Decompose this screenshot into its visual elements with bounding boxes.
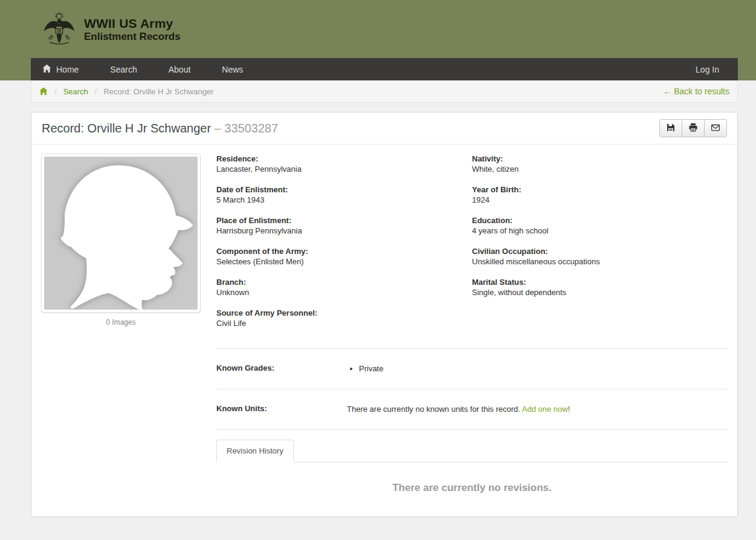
field-component-of-army: Component of the Army: Selectees (Enlist… (216, 246, 472, 267)
field-nativity: Nativity: White, citizen (472, 154, 728, 175)
site-subtitle: Enlistment Records (84, 31, 181, 43)
known-units-label: Known Units: (216, 404, 347, 415)
record-photo-column: 0 Images (41, 154, 201, 516)
field-value: 5 March 1943 (216, 195, 472, 206)
field-value: Harrisburg Pennsylvania (216, 226, 472, 236)
field-source-of-personnel: Source of Army Personnel: Civil Life (216, 308, 472, 329)
breadcrumb-current: Record: Orville H Jr Schwanger (103, 87, 213, 96)
breadcrumb-separator: / (54, 87, 57, 96)
field-year-of-birth: Year of Birth: 1924 (472, 184, 728, 206)
record-actions (659, 119, 727, 137)
field-label: Education: (472, 215, 728, 226)
known-grades-section: Known Grades: Private (216, 348, 728, 389)
breadcrumb-separator: / (95, 87, 97, 96)
soldier-placeholder-image (44, 157, 198, 310)
field-date-of-enlistment: Date of Enlistment: 5 March 1943 (216, 184, 472, 206)
field-label: Component of the Army: (216, 246, 472, 256)
field-value: Selectees (Enlisted Men) (216, 256, 472, 267)
site-title: WWII US Army (84, 16, 181, 31)
record-panel: Record: Orville H Jr Schwanger – 3350328… (31, 112, 738, 517)
save-icon (666, 123, 676, 134)
army-seal-logo-icon (42, 11, 76, 47)
known-grades-list: Private (359, 363, 728, 374)
tab-revision-history[interactable]: Revision History (216, 440, 294, 463)
field-education: Education: 4 years of high school (472, 215, 728, 236)
record-serial-number: – 33503287 (215, 122, 279, 135)
grade-item: Private (359, 363, 728, 374)
field-label: Date of Enlistment: (216, 184, 472, 195)
field-label: Residence: (216, 154, 472, 164)
nav-search-label: Search (110, 65, 137, 74)
known-units-empty-text: There are currently no known units for t… (347, 405, 522, 414)
field-label: Source of Army Personnel: (216, 308, 472, 318)
field-marital-status: Marital Status: Single, without dependen… (472, 277, 728, 298)
image-count-caption: 0 Images (41, 318, 201, 327)
field-value: Civil Life (216, 318, 472, 329)
field-label: Civilian Occupation: (472, 246, 728, 256)
save-button[interactable] (659, 119, 682, 137)
email-button[interactable] (704, 119, 727, 137)
email-icon (711, 123, 720, 134)
revision-tabs-section: Revision History There are currently no … (216, 429, 728, 516)
known-units-section: Known Units: There are currently no know… (216, 389, 728, 429)
field-label: Place of Enlistment: (216, 215, 472, 226)
add-unit-link[interactable]: Add one now (522, 405, 568, 414)
no-revisions-message: There are currently no revisions. (216, 482, 728, 516)
field-place-of-enlistment: Place of Enlistment: Harrisburg Pennsylv… (216, 215, 472, 236)
known-grades-label: Known Grades: (216, 363, 347, 374)
back-to-results-link[interactable]: ← Back to results (663, 86, 729, 96)
field-label: Nativity: (472, 154, 728, 164)
masthead: WWII US Army Enlistment Records Home Sea… (0, 0, 756, 80)
brand: WWII US Army Enlistment Records (31, 0, 738, 58)
nav-item-search[interactable]: Search (94, 58, 152, 80)
field-label: Year of Birth: (472, 184, 728, 195)
field-branch: Branch: Unknown (216, 277, 472, 298)
nav-item-about[interactable]: About (153, 58, 207, 80)
main-navbar: Home Search About News Log In (31, 58, 738, 80)
print-icon (688, 123, 698, 134)
nav-home-label: Home (56, 65, 79, 74)
print-button[interactable] (682, 119, 705, 137)
login-link[interactable]: Log In (696, 58, 738, 80)
nav-news-label: News (222, 65, 243, 74)
breadcrumb-home-icon[interactable] (39, 87, 48, 96)
field-value: 4 years of high school (472, 226, 728, 236)
breadcrumb-search-link[interactable]: Search (63, 87, 88, 96)
record-name: Record: Orville H Jr Schwanger (42, 122, 211, 135)
add-unit-suffix: ! (568, 405, 570, 414)
nav-item-home[interactable]: Home (31, 58, 94, 80)
home-icon (42, 64, 51, 75)
page-title: Record: Orville H Jr Schwanger – 3350328… (42, 120, 278, 137)
field-civilian-occupation: Civilian Occupation: Unskilled miscellan… (472, 246, 728, 267)
breadcrumb: / Search / Record: Orville H Jr Schwange… (31, 80, 738, 103)
field-residence: Residence: Lancaster, Pennsylvania (216, 154, 472, 175)
nav-item-news[interactable]: News (206, 58, 259, 80)
record-fields: Residence: Lancaster, Pennsylvania Date … (216, 154, 728, 339)
field-value: White, citizen (472, 164, 728, 175)
field-value: Unknown (216, 287, 472, 298)
tab-bar: Revision History (216, 440, 728, 463)
photo-frame[interactable] (41, 154, 201, 313)
field-value: 1924 (472, 195, 728, 206)
field-value: Lancaster, Pennsylvania (216, 164, 472, 175)
field-label: Branch: (216, 277, 472, 287)
field-value: Single, without dependents (472, 287, 728, 298)
field-value: Unskilled miscellaneous occupations (472, 256, 728, 267)
nav-about-label: About (169, 65, 191, 74)
field-label: Marital Status: (472, 277, 728, 287)
